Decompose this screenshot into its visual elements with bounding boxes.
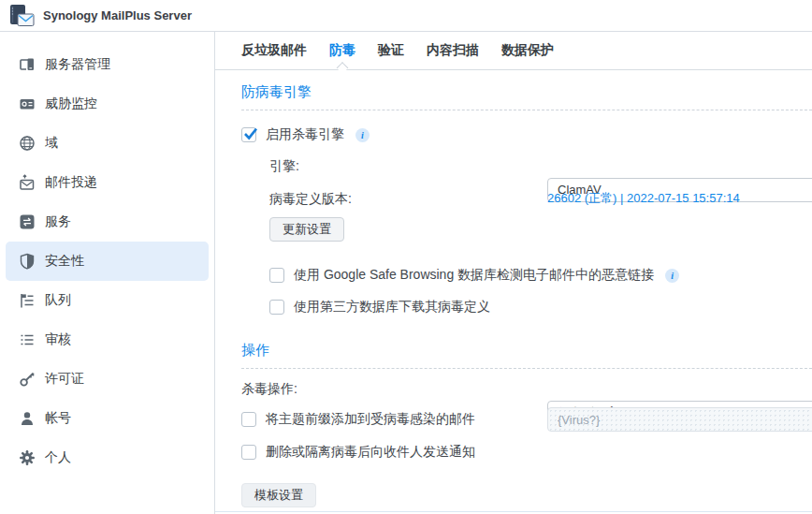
tab-anti-spam[interactable]: 反垃圾邮件 — [240, 38, 308, 63]
sidebar-item-service[interactable]: 服务 — [6, 202, 209, 242]
section-title-antivirus-engine: 防病毒引擎 — [241, 82, 812, 110]
google-safe-browsing-label: 使用 Google Safe Browsing 数据库检测电子邮件中的恶意链接 — [294, 267, 654, 284]
app-title: Synology MailPlus Server — [43, 8, 192, 22]
sidebar-item-label: 个人 — [45, 449, 71, 466]
sidebar-item-label: 许可证 — [45, 371, 84, 388]
third-party-db-row: 使用第三方数据库下载其病毒定义 — [241, 298, 812, 316]
sidebar-item-audit[interactable]: 审核 — [6, 320, 209, 360]
sidebar-item-domain[interactable]: 域 — [6, 124, 209, 163]
subject-prefix-label: 将主题前缀添加到受病毒感染的邮件 — [266, 411, 475, 428]
account-icon — [19, 410, 36, 427]
tab-anti-virus-label: 防毒 — [329, 42, 355, 57]
service-icon — [19, 213, 36, 230]
sidebar-item-license[interactable]: 许可证 — [6, 360, 209, 399]
sidebar-item-label: 威胁监控 — [45, 95, 97, 112]
mailplus-logo-icon — [9, 4, 35, 28]
sidebar-item-label: 域 — [45, 135, 58, 152]
sidebar-item-mail-delivery[interactable]: 邮件投递 — [6, 163, 209, 202]
sidebar-item-label: 邮件投递 — [45, 174, 97, 191]
virus-definition-version-link[interactable]: 26602 (正常) | 2022-07-15 15:57:14 — [547, 189, 740, 208]
sidebar-item-server-management[interactable]: 服务器管理 — [6, 45, 209, 84]
section-title-action: 操作 — [241, 341, 812, 369]
google-safe-browsing-checkbox[interactable] — [269, 268, 284, 283]
antivirus-action-row: 杀毒操作: 保存到隔离 — [241, 376, 812, 401]
mail-delivery-icon — [19, 174, 36, 191]
tab-content-scan[interactable]: 内容扫描 — [426, 38, 480, 63]
sidebar-item-queue[interactable]: 队列 — [6, 281, 209, 320]
active-tab-caret — [337, 62, 349, 74]
google-safe-browsing-row: 使用 Google Safe Browsing 数据库检测电子邮件中的恶意链接 … — [241, 266, 812, 285]
notify-recipient-row: 删除或隔离病毒后向收件人发送通知 — [241, 443, 812, 462]
notify-recipient-checkbox[interactable] — [241, 445, 256, 460]
subject-prefix-checkbox[interactable] — [241, 412, 256, 427]
info-icon[interactable]: i — [665, 269, 679, 283]
tab-anti-virus[interactable]: 防毒 — [328, 38, 356, 63]
antivirus-settings-content: 防病毒引擎 启用杀毒引擎 i 引擎: ClamAV 病毒定义版本: 26602 … — [215, 82, 812, 507]
app-header: Synology MailPlus Server — [0, 0, 812, 32]
third-party-db-checkbox[interactable] — [269, 300, 284, 315]
sidebar-item-personal[interactable]: 个人 — [6, 438, 209, 477]
tab-data-protection[interactable]: 数据保护 — [500, 38, 555, 63]
sidebar: 服务器管理 威胁监控 域 邮 — [0, 32, 215, 514]
info-icon[interactable]: i — [355, 128, 370, 142]
engine-label: 引擎: — [241, 154, 812, 178]
enable-antivirus-row: 启用杀毒引擎 i — [241, 125, 812, 144]
sidebar-item-label: 队列 — [45, 292, 71, 309]
audit-icon — [19, 331, 36, 348]
security-shield-icon — [19, 253, 36, 270]
sidebar-item-label: 服务 — [45, 213, 71, 230]
queue-icon — [19, 292, 36, 309]
enable-antivirus-label: 启用杀毒引擎 — [266, 126, 344, 143]
sidebar-item-label: 安全性 — [45, 253, 84, 270]
sidebar-item-label: 帐号 — [45, 410, 71, 427]
sidebar-item-threat-monitor[interactable]: 威胁监控 — [6, 84, 209, 124]
sidebar-item-security[interactable]: 安全性 — [6, 242, 209, 281]
update-settings-row: 更新设置 — [241, 217, 812, 242]
bottom-divider — [215, 511, 812, 512]
template-settings-button[interactable]: 模板设置 — [241, 483, 316, 507]
personal-gear-icon — [19, 449, 36, 466]
tab-bar: 反垃圾邮件 防毒 验证 内容扫描 数据保护 — [215, 32, 812, 70]
domain-icon — [19, 135, 36, 152]
template-settings-row: 模板设置 — [241, 483, 812, 507]
subject-prefix-input[interactable] — [547, 407, 812, 432]
antivirus-action-label: 杀毒操作: — [241, 376, 812, 401]
license-key-icon — [19, 371, 36, 388]
notify-recipient-label: 删除或隔离病毒后向收件人发送通知 — [266, 444, 475, 461]
server-management-icon — [19, 56, 36, 73]
sidebar-item-label: 服务器管理 — [45, 56, 110, 73]
threat-monitor-icon — [19, 95, 36, 112]
tab-authentication[interactable]: 验证 — [377, 38, 405, 63]
main-panel: 反垃圾邮件 防毒 验证 内容扫描 数据保护 防病毒引擎 启用杀毒引擎 i 引擎:… — [215, 32, 812, 514]
sidebar-item-label: 审核 — [45, 331, 71, 348]
enable-antivirus-checkbox[interactable] — [241, 127, 256, 142]
third-party-db-label: 使用第三方数据库下载其病毒定义 — [294, 299, 490, 316]
update-settings-button[interactable]: 更新设置 — [269, 217, 344, 242]
virus-definition-row: 病毒定义版本: 26602 (正常) | 2022-07-15 15:57:14 — [241, 189, 812, 208]
engine-row: 引擎: ClamAV — [241, 154, 812, 178]
subject-prefix-row: 将主题前缀添加到受病毒感染的邮件 — [241, 407, 812, 432]
sidebar-item-account[interactable]: 帐号 — [6, 399, 209, 438]
